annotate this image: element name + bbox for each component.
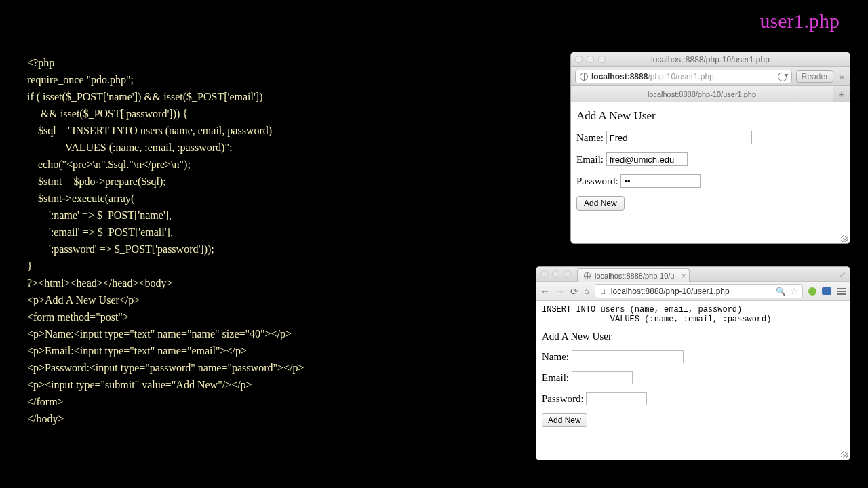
email-input[interactable] xyxy=(572,371,633,384)
page-heading: Add A New User xyxy=(542,331,844,342)
email-label: Email: xyxy=(542,372,569,383)
url-path: /php-10/user1.php xyxy=(648,72,713,81)
back-icon[interactable]: ← xyxy=(540,286,550,297)
bookmark-icon[interactable]: ☆ xyxy=(790,286,798,296)
address-bar[interactable]: 🗋 localhost:8888/php-10/user1.php 🔍 ☆ xyxy=(595,284,803,298)
search-icon[interactable]: 🔍 xyxy=(776,287,786,296)
page-icon: 🗋 xyxy=(599,287,607,296)
site-icon xyxy=(580,73,588,81)
name-input[interactable] xyxy=(572,350,684,363)
php-source-code: <?php require_once "pdo.php"; if ( isset… xyxy=(27,54,304,427)
email-input[interactable] xyxy=(606,152,688,166)
resize-grip-icon[interactable] xyxy=(841,235,848,242)
address-bar[interactable]: localhost:8888/php-10/user1.php xyxy=(575,70,792,83)
zoom-icon[interactable] xyxy=(564,270,571,278)
resize-grip-icon[interactable] xyxy=(841,451,848,458)
home-icon[interactable]: ⌂ xyxy=(584,286,589,296)
close-icon[interactable] xyxy=(540,270,548,278)
new-tab-button[interactable]: + xyxy=(833,86,850,102)
chrome-page-content: INSERT INTO users (name, email, password… xyxy=(536,301,850,460)
forward-icon[interactable]: → xyxy=(555,286,565,297)
fullscreen-icon[interactable]: ⤢ xyxy=(840,270,846,279)
reload-icon[interactable]: ⟳ xyxy=(570,286,578,297)
overflow-icon[interactable]: » xyxy=(837,71,846,82)
browser-tab[interactable]: localhost:8888/php-10/u × xyxy=(577,268,690,282)
extension-icon[interactable] xyxy=(808,287,816,296)
submit-button[interactable]: Add New xyxy=(576,196,625,211)
reload-icon[interactable] xyxy=(776,70,789,83)
url-path: /php-10/user1.php xyxy=(663,287,729,296)
password-input[interactable] xyxy=(620,174,701,188)
chrome-titlebar[interactable]: localhost:8888/php-10/u × ⤢ xyxy=(536,267,850,282)
password-input[interactable] xyxy=(586,392,647,405)
safari-toolbar: localhost:8888/php-10/user1.php Reader » xyxy=(571,67,850,86)
name-label: Name: xyxy=(542,351,569,362)
url-host: localhost:8888 xyxy=(591,72,648,81)
menu-icon[interactable] xyxy=(837,288,846,295)
site-icon xyxy=(584,272,591,279)
chrome-toolbar: ← → ⟳ ⌂ 🗋 localhost:8888/php-10/user1.ph… xyxy=(536,282,850,301)
safari-window: localhost:8888/php-10/user1.php localhos… xyxy=(570,52,850,244)
safari-tabbar: localhost:8888/php-10/user1.php + xyxy=(571,86,850,102)
safari-titlebar[interactable]: localhost:8888/php-10/user1.php xyxy=(571,52,850,67)
password-label: Password: xyxy=(542,393,584,404)
name-input[interactable] xyxy=(606,131,752,144)
url-host: localhost:8888 xyxy=(611,287,663,296)
window-title: localhost:8888/php-10/user1.php xyxy=(571,55,850,64)
chrome-window: localhost:8888/php-10/u × ⤢ ← → ⟳ ⌂ 🗋 lo… xyxy=(536,266,850,460)
extension-icon[interactable] xyxy=(822,287,831,295)
email-label: Email: xyxy=(576,154,604,165)
safari-page-content: Add A New User Name: Email: Password: Ad… xyxy=(571,102,850,243)
minimize-icon[interactable] xyxy=(552,270,559,278)
submit-button[interactable]: Add New xyxy=(542,413,587,427)
browser-tab[interactable]: localhost:8888/php-10/user1.php xyxy=(571,86,833,102)
name-label: Name: xyxy=(576,132,604,143)
password-label: Password: xyxy=(576,176,618,186)
reader-button[interactable]: Reader xyxy=(796,70,833,83)
close-tab-icon[interactable]: × xyxy=(682,272,686,280)
page-heading: Add A New User xyxy=(576,109,844,123)
tab-title: localhost:8888/php-10/u xyxy=(595,272,674,280)
slide-title: user1.php xyxy=(760,9,840,33)
sql-echo: INSERT INTO users (name, email, password… xyxy=(542,305,844,324)
